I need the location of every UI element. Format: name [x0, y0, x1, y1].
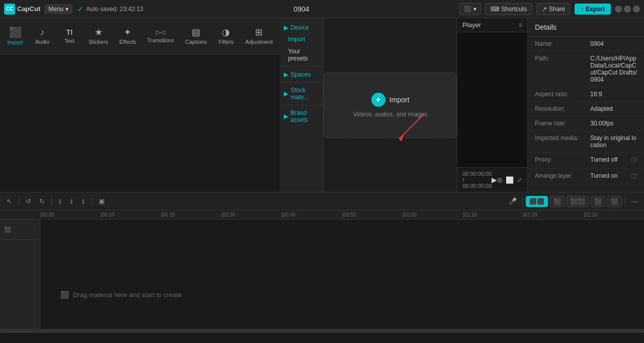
tracks[interactable]: ⬛ Drag material here and start to create — [40, 220, 644, 329]
ruler-tick-6: |01:00 — [403, 212, 417, 218]
tl-view-btn-2[interactable]: ⬛ — [550, 196, 565, 207]
htoolbar-captions[interactable]: ▤ Captions — [180, 25, 212, 48]
monitor-button[interactable]: ⬛ ▾ — [459, 3, 481, 15]
drop-hint-text: Drag material here and start to create — [73, 291, 182, 299]
sidebar-section-brand[interactable]: ▶ Brand assets — [280, 107, 323, 125]
htoolbar-adjustment[interactable]: ⊞ Adjustment — [240, 25, 278, 48]
scrollbar-thumb[interactable] — [0, 329, 644, 333]
sidebar-divider-2 — [280, 82, 323, 83]
detail-row-arrange: Arrange layer: Turned on ⓘ — [528, 169, 644, 185]
close-button[interactable]: ✕ — [633, 6, 640, 13]
htoolbar-stickers[interactable]: ★ Stickers — [84, 25, 113, 48]
timeline-ruler: |00:00 |00:10 |00:20 |00:30 |00:40 |00:5… — [0, 211, 644, 220]
split-button-2[interactable]: ⫿ — [67, 196, 76, 207]
ruler-tick-1: |00:10 — [101, 212, 115, 218]
crop-button[interactable]: ▣ — [96, 196, 107, 207]
split-button-3[interactable]: ⫿ — [79, 196, 88, 207]
ruler-tick-9: |01:30 — [584, 212, 598, 218]
detail-row-imported: Imported media: Stay in original locatio… — [528, 131, 644, 153]
sidebar-section-spaces[interactable]: ▶ Spaces — [280, 69, 323, 80]
player-view-icon1[interactable]: ⊞ — [497, 176, 503, 184]
sidebar: ▶ Device Import Your presets ▶ Spaces ▶ … — [280, 18, 324, 192]
split-button-1[interactable]: ⫿ — [56, 196, 64, 207]
htransitions-icon: ▷◁ — [156, 29, 165, 35]
tl-view-btn-3[interactable]: ⬛⬛ — [567, 196, 589, 207]
red-arrow — [389, 109, 429, 149]
shortcuts-button[interactable]: ⌨ Shortcuts — [485, 3, 532, 15]
import-label: Import — [389, 96, 410, 104]
logo-label: CapCut — [17, 5, 40, 13]
menu-button[interactable]: Menu ▾ — [44, 4, 72, 14]
htoolbar-import[interactable]: ⬛ Import — [2, 24, 28, 48]
ruler-tick-4: |00:40 — [282, 212, 296, 218]
ruler-tick-7: |01:10 — [463, 212, 477, 218]
tl-sep-3 — [92, 197, 92, 206]
player-viewport — [457, 32, 527, 167]
export-button[interactable]: ↑ Export — [575, 4, 611, 15]
horizontal-toolbar: ⬛ Import ♪ Audio TI Text ★ Stickers ✦ — [0, 18, 280, 54]
detail-row-proxy: Proxy: Turned off ⓘ — [528, 153, 644, 169]
himport-icon: ⬛ — [9, 27, 22, 37]
project-title: 0904 — [143, 5, 460, 13]
ruler-tick-8: |01:20 — [523, 212, 537, 218]
share-button[interactable]: ↗ Share — [536, 3, 571, 15]
sidebar-section-device[interactable]: ▶ Device — [280, 22, 323, 33]
hstickers-icon: ★ — [95, 28, 103, 37]
titlebar: CC CapCut Menu ▾ ✓ Auto saved: 23:42:13 … — [0, 0, 644, 18]
brand-expand-icon: ▶ — [284, 113, 288, 120]
select-tool-button[interactable]: ↖ — [4, 196, 15, 207]
tl-view-btn-1[interactable]: ⬛⬛ — [526, 196, 548, 207]
player-panel: Player ≡ 00:00:00:00 / 00:00:00:00 ▶ ⊞ ⬜… — [457, 18, 528, 192]
htoolbar-text[interactable]: TI Text — [56, 26, 83, 47]
maximize-button[interactable]: □ — [624, 6, 631, 13]
share-icon: ↗ — [542, 6, 547, 13]
tl-view-btn-5[interactable]: ⬛ — [607, 196, 622, 207]
htoolbar-transitions[interactable]: ▷◁ Transitions — [142, 26, 179, 46]
proxy-info-icon[interactable]: ⓘ — [631, 156, 637, 165]
player-header: Player ≡ — [457, 18, 527, 32]
tl-sep-5 — [625, 197, 625, 206]
ruler-tick-0: |00:00 — [40, 212, 54, 218]
play-button[interactable]: ▶ — [492, 176, 497, 184]
timeline-scrollbar[interactable] — [0, 329, 644, 333]
detail-row-aspect: Aspect ratio: 16:9 — [528, 87, 644, 102]
player-title: Player — [462, 21, 481, 29]
sidebar-divider-1 — [280, 66, 323, 67]
drop-hint-icon: ⬛ — [60, 291, 69, 299]
mic-button[interactable]: 🎤 — [506, 196, 519, 207]
ruler-tick-2: |00:20 — [161, 212, 175, 218]
drop-hint: ⬛ Drag material here and start to create — [60, 291, 182, 299]
sidebar-item-presets[interactable]: Your presets — [280, 45, 323, 64]
tl-view-btn-4[interactable]: ⬛ — [591, 196, 605, 207]
haudio-icon: ♪ — [40, 28, 45, 37]
player-view-icon2[interactable]: ⬜ — [506, 176, 514, 184]
autosave-status: ✓ Auto saved: 23:42:13 — [77, 5, 143, 13]
htoolbar-audio[interactable]: ♪ Audio — [29, 25, 55, 48]
zoom-out-button[interactable]: — — [628, 196, 640, 207]
tl-sep-4 — [522, 197, 523, 206]
minimize-button[interactable]: — — [615, 6, 622, 13]
player-menu-icon[interactable]: ≡ — [519, 22, 522, 29]
window-controls: — □ ✕ — [615, 6, 640, 13]
details-header: Details — [528, 18, 644, 37]
logo: CC CapCut — [4, 4, 40, 15]
sidebar-section-stock[interactable]: ▶ Stock mate... — [280, 85, 323, 103]
hfilters-icon: ◑ — [222, 28, 230, 37]
media-content: + Import Videos, audios, and images — [324, 18, 457, 192]
track-labels: ⬛ — [0, 220, 40, 329]
player-view-icon3[interactable]: ⤢ — [517, 176, 522, 184]
detail-row-path: Path: C:/Users/HP/AppData/Local/CapCut/C… — [528, 51, 644, 87]
arrange-info-icon[interactable]: ⓘ — [631, 172, 637, 181]
htoolbar-filters[interactable]: ◑ Filters — [213, 25, 239, 48]
content-wrapper: ⬛ Import ♪ Audio TI Text ★ Stickers ✦ — [0, 18, 644, 343]
tl-sep-1 — [19, 197, 19, 206]
detail-row-resolution: Resolution: Adapted — [528, 102, 644, 116]
sidebar-item-import[interactable]: Import — [280, 33, 323, 45]
redo-button[interactable]: ↻ — [37, 196, 47, 207]
sidebar-divider-3 — [280, 105, 323, 105]
ruler-tick-5: |00:50 — [342, 212, 356, 218]
htoolbar-effects[interactable]: ✦ Effects — [114, 25, 141, 48]
main-layout: ⬛ Import ♪ Audio TI Text ★ Stickers ✦ Ef… — [0, 18, 644, 343]
undo-button[interactable]: ↺ — [23, 196, 34, 207]
detail-row-framerate: Frame rate: 30.00fps — [528, 116, 644, 131]
